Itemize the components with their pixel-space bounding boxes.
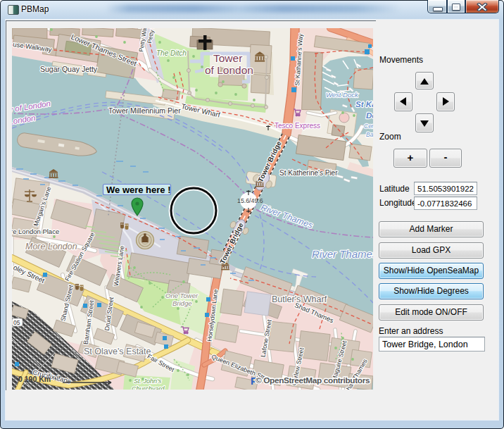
svg-text:re London Place: re London Place (12, 228, 59, 235)
svg-text:One Tower: One Tower (165, 292, 199, 299)
svg-text:15.6/49.6: 15.6/49.6 (237, 197, 263, 204)
svg-text:St. John's: St. John's (134, 378, 162, 385)
svg-text:Do: Do (366, 111, 373, 120)
svg-text:We were here !: We were here ! (106, 185, 171, 195)
svg-text:Ba: Ba (366, 131, 373, 138)
svg-text:of London: of London (205, 64, 253, 76)
svg-text:Tower Millennium Pier: Tower Millennium Pier (108, 106, 181, 115)
svg-text:More London: More London (25, 242, 77, 251)
svg-text:Tower: Tower (213, 52, 242, 64)
svg-text:St Olave's Estate: St Olave's Estate (84, 347, 151, 356)
svg-text:Tesco Express: Tesco Express (275, 122, 320, 130)
svg-text:Sugar Quay Jetty: Sugar Quay Jetty (40, 65, 98, 73)
svg-text:Bridge: Bridge (172, 299, 191, 307)
svg-text:St Katherine's Pier: St Katherine's Pier (279, 169, 338, 177)
svg-text:© OpenStreetMap contributors: © OpenStreetMap contributors (256, 375, 370, 385)
svg-text:Churchyard: Churchyard (132, 385, 165, 390)
svg-text:St Ka: St Ka (355, 100, 373, 108)
svg-text:05: 05 (13, 319, 20, 326)
svg-text:The Ditch: The Ditch (156, 49, 187, 57)
svg-text:Cen: Cen (364, 123, 373, 130)
svg-text:West Dock: West Dock (326, 91, 359, 99)
svg-text:River Thames: River Thames (312, 248, 373, 260)
svg-text:0 190 Km: 0 190 Km (18, 375, 51, 383)
